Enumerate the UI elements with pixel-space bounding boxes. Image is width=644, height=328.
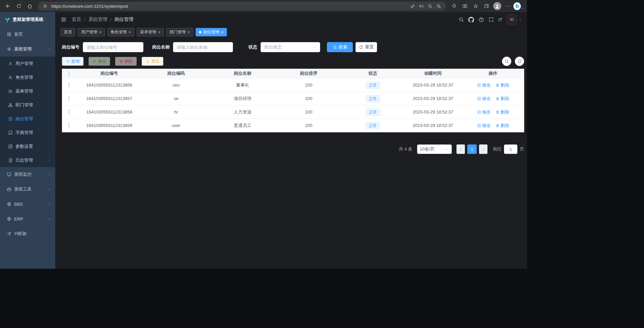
show-search-toggle-button[interactable]: [502, 57, 511, 66]
row-edit-link[interactable]: 修改: [477, 123, 491, 129]
row-checkbox[interactable]: [69, 82, 69, 88]
cell-post-code: ceo: [143, 83, 209, 88]
sidebar-item-parameters[interactable]: 参数设置: [0, 139, 55, 153]
browser-back-button[interactable]: [3, 1, 13, 11]
sidebar-item-dictionaries[interactable]: 字典管理: [0, 126, 55, 139]
row-edit-link[interactable]: 修改: [477, 82, 491, 88]
cell-post-id: 1641030593112313859: [76, 123, 143, 128]
read-aloud-icon[interactable]: [417, 2, 425, 10]
tab-users[interactable]: 用户管理 ×: [78, 28, 105, 36]
browser-profile-avatar[interactable]: [492, 1, 503, 11]
sidebar-item-tools[interactable]: 系统工具: [0, 182, 55, 197]
column-header: 岗位编码: [143, 70, 209, 76]
sidebar-item-monitor[interactable]: 系统监控: [0, 167, 55, 182]
page-size-select[interactable]: 10条/页: [417, 144, 452, 154]
tab-posts-active[interactable]: 岗位管理 ×: [196, 28, 227, 36]
edit-button[interactable]: 修改: [89, 57, 110, 66]
refresh-table-button[interactable]: [515, 57, 524, 66]
cell-post-sort: 100: [276, 109, 342, 114]
next-page-button[interactable]: [479, 144, 487, 154]
row-delete-link[interactable]: 删除: [496, 82, 509, 88]
add-button[interactable]: 新增: [62, 57, 83, 66]
column-header: 岗位编号: [76, 70, 143, 76]
sidebar-item-logs[interactable]: 日志管理: [0, 153, 55, 167]
status-badge: 正常: [366, 122, 380, 129]
fullscreen-icon[interactable]: [488, 17, 494, 22]
address-bar[interactable]: https://ccnetcore.com:1101/system/post: [38, 2, 446, 10]
chevron-down-icon: [47, 188, 51, 191]
help-icon[interactable]: [478, 17, 484, 23]
extensions-icon[interactable]: [449, 1, 460, 11]
page-number-current[interactable]: 1: [467, 144, 477, 154]
sidebar-toggle-button[interactable]: [61, 17, 67, 23]
row-edit-link[interactable]: 修改: [477, 109, 491, 115]
delete-button[interactable]: 删除: [115, 57, 137, 66]
close-icon[interactable]: ×: [158, 30, 161, 34]
sidebar-item-menus[interactable]: 菜单管理: [0, 84, 55, 98]
collections-icon[interactable]: [481, 1, 492, 11]
close-icon[interactable]: ×: [129, 30, 131, 34]
row-edit-link[interactable]: 修改: [477, 96, 491, 102]
sidebar-item-yi-framework[interactable]: Yi框架: [0, 226, 55, 241]
user-avatar[interactable]: Yi: [507, 14, 517, 25]
row-delete-link[interactable]: 删除: [496, 123, 509, 129]
sidebar-item-posts[interactable]: 岗位管理: [0, 112, 55, 126]
password-key-icon[interactable]: [408, 2, 416, 10]
row-checkbox[interactable]: [69, 123, 69, 128]
zoom-out-icon[interactable]: [426, 2, 434, 10]
sidebar-item-label: 参数设置: [15, 143, 51, 150]
edit-button-label: 修改: [98, 59, 106, 64]
row-delete-link[interactable]: 删除: [496, 109, 509, 115]
chevron-down-icon: [47, 217, 51, 221]
sidebar-item-label: ERP: [14, 217, 45, 222]
avatar-caret-icon[interactable]: [519, 18, 522, 21]
row-edit-label: 修改: [482, 82, 491, 88]
tab-departments[interactable]: 部门管理 ×: [166, 28, 194, 36]
select-all-checkbox[interactable]: [69, 71, 69, 76]
row-checkbox[interactable]: [69, 109, 69, 115]
browser-home-button[interactable]: [24, 1, 35, 11]
column-header: 岗位排序: [276, 70, 342, 76]
search-button[interactable]: 搜索: [327, 42, 353, 52]
tab-roles[interactable]: 角色管理 ×: [107, 28, 135, 36]
browser-refresh-button[interactable]: [13, 1, 24, 11]
edit-pen-icon: [93, 59, 97, 63]
previous-page-button[interactable]: [456, 144, 465, 154]
site-info-lock-icon[interactable]: [41, 2, 49, 10]
add-favorite-star-icon[interactable]: [435, 2, 443, 10]
tab-home[interactable]: 首页: [61, 28, 75, 36]
sidebar-item-users[interactable]: 用户管理: [0, 57, 55, 70]
sidebar-item-system[interactable]: 系统管理: [0, 42, 55, 57]
tab-menus[interactable]: 菜单管理 ×: [137, 28, 164, 36]
sidebar-item-bbs[interactable]: BBS: [0, 197, 55, 211]
post-name-input[interactable]: [177, 45, 229, 50]
row-delete-link[interactable]: 删除: [496, 96, 509, 102]
close-icon[interactable]: ×: [188, 30, 190, 34]
sidebar-item-roles[interactable]: 角色管理: [0, 70, 55, 84]
reset-button[interactable]: 重置: [355, 42, 377, 52]
close-icon[interactable]: ×: [221, 30, 224, 34]
github-icon[interactable]: [468, 17, 474, 23]
copilot-button[interactable]: b: [513, 1, 524, 11]
sidebar-item-home[interactable]: 首页: [0, 27, 55, 42]
browser-settings-menu[interactable]: ···: [503, 1, 513, 11]
system-submenu: 用户管理 角色管理 菜单管理 部门管理: [0, 57, 55, 167]
breadcrumb-home[interactable]: 首页: [72, 17, 81, 23]
row-checkbox[interactable]: [69, 96, 69, 101]
paper-plane-icon: [7, 231, 11, 236]
trash-icon: [496, 83, 500, 87]
favorites-icon[interactable]: [470, 1, 481, 11]
header-search-icon[interactable]: [459, 17, 464, 22]
sidebar-item-erp[interactable]: ERP: [0, 211, 55, 226]
sidebar-item-departments[interactable]: 部门管理: [0, 98, 55, 112]
split-screen-icon[interactable]: [460, 1, 470, 11]
cell-post-name: 普通员工: [209, 123, 276, 129]
font-size-icon[interactable]: tT: [498, 17, 502, 22]
goto-page-input[interactable]: [504, 144, 517, 154]
export-button[interactable]: 导出: [142, 57, 163, 66]
status-select[interactable]: 岗位状态: [261, 42, 320, 52]
close-icon[interactable]: ×: [99, 30, 102, 34]
hamburger-icon: [61, 17, 67, 23]
post-code-input[interactable]: [87, 45, 140, 50]
breadcrumb-system[interactable]: 系统管理: [89, 17, 107, 23]
